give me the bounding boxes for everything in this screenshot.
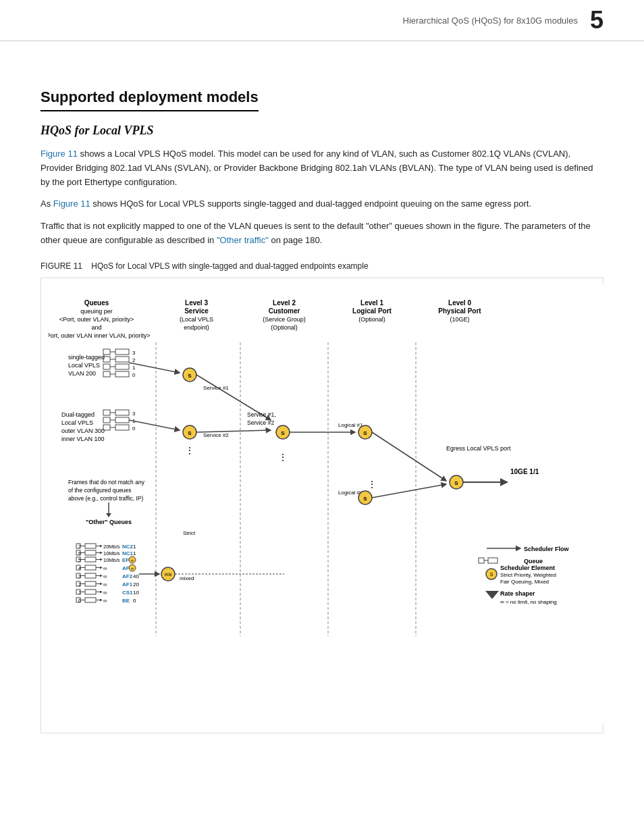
svg-text:Strict Priority, Weighted: Strict Priority, Weighted [500,572,556,578]
svg-text:Level 3: Level 3 [185,299,208,307]
svg-text:Local VPLS: Local VPLS [61,419,93,426]
svg-text:<Port, outer VLAN, priority>: <Port, outer VLAN, priority> [59,316,134,323]
svg-text:10GE 1/1: 10GE 1/1 [510,468,539,475]
svg-text:20: 20 [133,581,139,588]
svg-text:S: S [281,430,285,436]
svg-text:BE: BE [122,598,130,604]
svg-text:(10GE): (10GE) [450,316,469,323]
svg-text:10: 10 [133,590,139,596]
header-title: Hierarchical QoS (HQoS) for 8x10G module… [403,16,578,26]
svg-text:∞: ∞ [103,598,107,604]
svg-text:Frames that do not match any: Frames that do not match any [68,479,145,486]
svg-text:Local VPLS: Local VPLS [68,362,100,369]
svg-text:3: 3 [132,411,136,417]
svg-text:0: 0 [132,425,136,432]
svg-text:single-tagged: single-tagged [68,354,105,361]
svg-text:6: 6 [78,550,81,556]
svg-text:Queues: Queues [84,299,109,307]
svg-text:5: 5 [78,557,81,563]
svg-text:(Service Group): (Service Group) [263,316,306,323]
svg-text:Service #2: Service #2 [203,432,229,438]
svg-text:<Port, outer VLAN inner VLAN, : <Port, outer VLAN inner VLAN, priority> [48,332,151,339]
svg-text:S: S [188,430,192,436]
svg-text:(Optional): (Optional) [358,316,385,323]
svg-text:1: 1 [133,544,136,550]
figure-label: FIGURE 11 [41,261,82,271]
svg-text:queuing per: queuing per [80,308,113,315]
svg-text:and: and [91,324,101,331]
svg-text:S: S [490,572,493,577]
svg-text:Logical #1: Logical #1 [338,422,363,428]
diagram-svg: Queues queuing per <Port, outer VLAN, pr… [48,285,611,724]
svg-text:Rate shaper: Rate shaper [500,590,535,597]
svg-text:Service #2: Service #2 [247,419,274,426]
svg-text:above (e.g., control traffic, : above (e.g., control traffic, IP) [68,495,144,502]
svg-text:mix: mix [165,572,172,577]
svg-text:3: 3 [78,573,81,579]
section-title: Supported deployment models [41,88,259,111]
diagram-container: Queues queuing per <Port, outer VLAN, pr… [41,278,603,733]
svg-text:⋮: ⋮ [185,445,194,456]
svg-text:Service #1: Service #1 [203,385,229,391]
subsection-title: HQoS for Local VPLS [41,124,603,138]
svg-text:2: 2 [132,357,136,363]
paragraph-3: Traffic that is not explicitly mapped to… [41,219,603,248]
svg-text:0: 0 [78,598,81,604]
svg-text:∞: ∞ [131,567,134,571]
svg-text:Fair Queuing, Mixed: Fair Queuing, Mixed [500,579,549,585]
svg-text:1: 1 [132,365,136,371]
svg-text:AF2: AF2 [122,573,133,579]
svg-text:Service #1,: Service #1, [247,411,276,418]
svg-text:Service: Service [184,307,209,315]
svg-text:2: 2 [78,581,81,588]
svg-text:(Optional): (Optional) [271,324,298,331]
svg-text:Physical Port: Physical Port [438,307,481,315]
svg-text:NC2: NC2 [122,544,134,550]
figure-caption: FIGURE 11 HQoS for Local VPLS with singl… [41,261,603,271]
svg-text:VLAN 200: VLAN 200 [68,370,96,377]
svg-text:inner VLAN 100: inner VLAN 100 [61,436,105,442]
svg-text:Scheduler Flow: Scheduler Flow [524,546,570,552]
figure11-link-2[interactable]: Figure 11 [53,199,90,209]
svg-text:Customer: Customer [269,307,300,315]
svg-text:S: S [363,496,367,502]
figure-caption-text: HQoS for Local VPLS with single-tagged a… [91,261,368,271]
svg-text:0: 0 [132,372,136,378]
svg-text:Scheduler Element: Scheduler Element [500,565,555,571]
svg-text:⋮: ⋮ [278,452,288,463]
svg-text:NC1: NC1 [122,550,134,556]
svg-text:S: S [363,430,367,436]
svg-text:AF1: AF1 [122,581,133,588]
svg-text:0: 0 [133,598,136,604]
svg-text:Level 0: Level 0 [448,299,471,307]
svg-text:4: 4 [78,565,81,571]
svg-text:Logical Port: Logical Port [352,307,392,315]
svg-text:20Mb/s: 20Mb/s [103,544,120,550]
svg-text:Queue: Queue [524,558,543,565]
svg-text:Dual-tagged: Dual-tagged [61,411,95,418]
svg-text:∞: ∞ [103,565,107,571]
svg-text:3: 3 [132,350,136,356]
svg-text:S: S [188,373,192,379]
svg-text:"Other" Queues: "Other" Queues [86,519,132,525]
svg-text:∞: ∞ [103,590,107,596]
svg-text:∞: ∞ [131,558,134,563]
other-traffic-link[interactable]: "Other traffic" [217,235,269,245]
svg-text:7: 7 [78,544,81,550]
svg-text:10Mb/s: 10Mb/s [103,557,120,563]
svg-text:mixed: mixed [180,575,194,581]
svg-text:CS1: CS1 [122,590,133,596]
svg-text:∞: ∞ [103,581,107,588]
svg-text:Strict: Strict [183,530,196,536]
svg-text:1: 1 [78,590,81,596]
svg-text:∞ = no limit, no shaping: ∞ = no limit, no shaping [500,599,557,605]
svg-text:1: 1 [133,550,136,556]
figure11-link-1[interactable]: Figure 11 [41,149,78,159]
svg-text:∞: ∞ [103,573,107,579]
svg-text:Level 2: Level 2 [273,299,296,307]
svg-text:of the configured queues: of the configured queues [68,487,132,494]
svg-text:outer VLAN 300: outer VLAN 300 [61,427,105,434]
svg-text:10Mb/s: 10Mb/s [103,550,120,556]
page-number: 5 [590,8,603,32]
paragraph-2: As Figure 11 shows HQoS for Local VPLS s… [41,197,603,211]
